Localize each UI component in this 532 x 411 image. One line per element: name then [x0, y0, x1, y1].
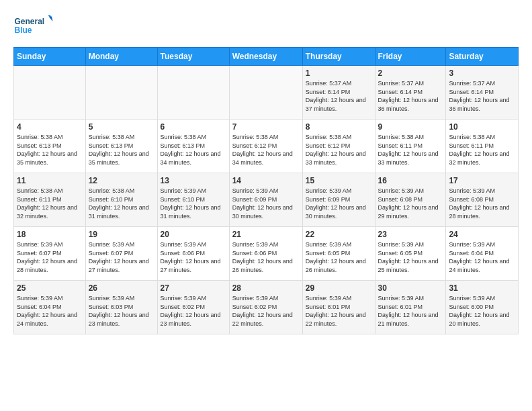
day-number: 2 — [378, 68, 443, 78]
day-number: 30 — [378, 283, 443, 293]
day-info: Sunrise: 5:39 AM Sunset: 6:08 PM Dayligh… — [378, 187, 443, 220]
day-number: 11 — [17, 176, 83, 185]
calendar-cell: 27Sunrise: 5:39 AM Sunset: 6:02 PM Dayli… — [157, 281, 229, 334]
calendar-cell: 18Sunrise: 5:39 AM Sunset: 6:07 PM Dayli… — [14, 227, 86, 281]
day-number: 3 — [449, 68, 515, 78]
calendar-cell — [229, 66, 302, 120]
day-number: 16 — [378, 176, 443, 185]
week-row-3: 11Sunrise: 5:38 AM Sunset: 6:11 PM Dayli… — [14, 173, 519, 227]
day-info: Sunrise: 5:38 AM Sunset: 6:10 PM Dayligh… — [89, 187, 154, 220]
day-info: Sunrise: 5:39 AM Sunset: 6:10 PM Dayligh… — [161, 187, 226, 220]
day-number: 19 — [89, 230, 154, 239]
day-info: Sunrise: 5:38 AM Sunset: 6:13 PM Dayligh… — [17, 133, 83, 167]
day-number: 8 — [306, 122, 372, 132]
day-info: Sunrise: 5:38 AM Sunset: 6:12 PM Dayligh… — [232, 133, 300, 167]
day-number: 14 — [232, 176, 300, 185]
calendar-cell: 22Sunrise: 5:39 AM Sunset: 6:05 PM Dayli… — [302, 227, 375, 281]
day-info: Sunrise: 5:38 AM Sunset: 6:13 PM Dayligh… — [89, 133, 154, 167]
calendar-cell — [157, 66, 229, 120]
calendar-cell: 24Sunrise: 5:39 AM Sunset: 6:04 PM Dayli… — [446, 227, 519, 281]
calendar-cell: 1Sunrise: 5:37 AM Sunset: 6:14 PM Daylig… — [302, 66, 375, 120]
day-number: 17 — [449, 176, 515, 185]
calendar-cell: 4Sunrise: 5:38 AM Sunset: 6:13 PM Daylig… — [14, 120, 86, 173]
day-number: 29 — [306, 283, 372, 293]
day-number: 25 — [17, 283, 83, 293]
day-number: 10 — [449, 122, 515, 132]
calendar-cell: 16Sunrise: 5:39 AM Sunset: 6:08 PM Dayli… — [375, 173, 446, 227]
day-number: 31 — [449, 283, 515, 293]
day-info: Sunrise: 5:39 AM Sunset: 6:08 PM Dayligh… — [449, 187, 515, 220]
day-number: 24 — [449, 230, 515, 239]
day-info: Sunrise: 5:39 AM Sunset: 6:05 PM Dayligh… — [378, 240, 443, 274]
day-number: 22 — [306, 230, 372, 239]
calendar-cell: 8Sunrise: 5:38 AM Sunset: 6:12 PM Daylig… — [302, 120, 375, 173]
header-sunday: Sunday — [14, 48, 86, 66]
week-row-1: 1Sunrise: 5:37 AM Sunset: 6:14 PM Daylig… — [14, 66, 519, 120]
day-info: Sunrise: 5:39 AM Sunset: 6:01 PM Dayligh… — [306, 294, 372, 328]
calendar-cell: 28Sunrise: 5:39 AM Sunset: 6:02 PM Dayli… — [229, 281, 302, 334]
header: General Blue — [13, 10, 519, 40]
page-container: General Blue SundayMondayTuesdayWednesda… — [0, 0, 532, 345]
calendar-cell: 19Sunrise: 5:39 AM Sunset: 6:07 PM Dayli… — [85, 227, 157, 281]
header-thursday: Thursday — [302, 48, 375, 66]
week-row-2: 4Sunrise: 5:38 AM Sunset: 6:13 PM Daylig… — [14, 120, 519, 173]
day-info: Sunrise: 5:37 AM Sunset: 6:14 PM Dayligh… — [378, 79, 443, 113]
day-number: 6 — [161, 122, 226, 132]
header-wednesday: Wednesday — [229, 48, 302, 66]
day-info: Sunrise: 5:38 AM Sunset: 6:11 PM Dayligh… — [449, 133, 515, 167]
day-info: Sunrise: 5:39 AM Sunset: 6:09 PM Dayligh… — [306, 187, 372, 220]
calendar-cell: 29Sunrise: 5:39 AM Sunset: 6:01 PM Dayli… — [302, 281, 375, 334]
day-info: Sunrise: 5:39 AM Sunset: 6:01 PM Dayligh… — [378, 294, 443, 328]
header-monday: Monday — [85, 48, 157, 66]
day-number: 27 — [161, 283, 226, 293]
day-number: 7 — [232, 122, 300, 132]
day-number: 9 — [378, 122, 443, 132]
day-info: Sunrise: 5:39 AM Sunset: 6:04 PM Dayligh… — [17, 294, 83, 328]
calendar-cell: 13Sunrise: 5:39 AM Sunset: 6:10 PM Dayli… — [157, 173, 229, 227]
calendar-cell — [85, 66, 157, 120]
day-number: 21 — [232, 230, 300, 239]
day-info: Sunrise: 5:39 AM Sunset: 6:07 PM Dayligh… — [17, 240, 83, 274]
day-info: Sunrise: 5:39 AM Sunset: 6:04 PM Dayligh… — [449, 240, 515, 274]
calendar-cell — [14, 66, 86, 120]
day-info: Sunrise: 5:39 AM Sunset: 6:02 PM Dayligh… — [232, 294, 300, 328]
day-number: 4 — [17, 122, 83, 132]
day-number: 23 — [378, 230, 443, 239]
day-info: Sunrise: 5:38 AM Sunset: 6:11 PM Dayligh… — [378, 133, 443, 167]
header-row: SundayMondayTuesdayWednesdayThursdayFrid… — [14, 48, 519, 66]
calendar-cell: 3Sunrise: 5:37 AM Sunset: 6:14 PM Daylig… — [446, 66, 519, 120]
calendar-cell: 5Sunrise: 5:38 AM Sunset: 6:13 PM Daylig… — [85, 120, 157, 173]
day-info: Sunrise: 5:39 AM Sunset: 6:03 PM Dayligh… — [89, 294, 154, 328]
calendar-cell: 2Sunrise: 5:37 AM Sunset: 6:14 PM Daylig… — [375, 66, 446, 120]
calendar-cell: 23Sunrise: 5:39 AM Sunset: 6:05 PM Dayli… — [375, 227, 446, 281]
day-info: Sunrise: 5:39 AM Sunset: 6:06 PM Dayligh… — [161, 240, 226, 274]
calendar-cell: 11Sunrise: 5:38 AM Sunset: 6:11 PM Dayli… — [14, 173, 86, 227]
calendar-cell: 31Sunrise: 5:39 AM Sunset: 6:00 PM Dayli… — [446, 281, 519, 334]
calendar-cell: 21Sunrise: 5:39 AM Sunset: 6:06 PM Dayli… — [229, 227, 302, 281]
calendar-cell: 25Sunrise: 5:39 AM Sunset: 6:04 PM Dayli… — [14, 281, 86, 334]
calendar-header: SundayMondayTuesdayWednesdayThursdayFrid… — [14, 48, 519, 66]
calendar-table: SundayMondayTuesdayWednesdayThursdayFrid… — [13, 47, 519, 334]
calendar-cell: 10Sunrise: 5:38 AM Sunset: 6:11 PM Dayli… — [446, 120, 519, 173]
calendar-cell: 17Sunrise: 5:39 AM Sunset: 6:08 PM Dayli… — [446, 173, 519, 227]
day-info: Sunrise: 5:39 AM Sunset: 6:09 PM Dayligh… — [232, 187, 300, 220]
day-info: Sunrise: 5:38 AM Sunset: 6:13 PM Dayligh… — [161, 133, 226, 167]
calendar-cell: 30Sunrise: 5:39 AM Sunset: 6:01 PM Dayli… — [375, 281, 446, 334]
day-number: 13 — [161, 176, 226, 185]
calendar-cell: 12Sunrise: 5:38 AM Sunset: 6:10 PM Dayli… — [85, 173, 157, 227]
day-info: Sunrise: 5:39 AM Sunset: 6:06 PM Dayligh… — [232, 240, 300, 274]
day-info: Sunrise: 5:37 AM Sunset: 6:14 PM Dayligh… — [306, 79, 372, 113]
calendar-cell: 6Sunrise: 5:38 AM Sunset: 6:13 PM Daylig… — [157, 120, 229, 173]
logo: General Blue — [13, 10, 54, 40]
calendar-cell: 7Sunrise: 5:38 AM Sunset: 6:12 PM Daylig… — [229, 120, 302, 173]
calendar-body: 1Sunrise: 5:37 AM Sunset: 6:14 PM Daylig… — [14, 66, 519, 334]
calendar-cell: 20Sunrise: 5:39 AM Sunset: 6:06 PM Dayli… — [157, 227, 229, 281]
header-saturday: Saturday — [446, 48, 519, 66]
header-friday: Friday — [375, 48, 446, 66]
day-number: 15 — [306, 176, 372, 185]
svg-text:Blue: Blue — [15, 26, 32, 35]
calendar-cell: 9Sunrise: 5:38 AM Sunset: 6:11 PM Daylig… — [375, 120, 446, 173]
day-info: Sunrise: 5:39 AM Sunset: 6:02 PM Dayligh… — [161, 294, 226, 328]
logo-svg: General Blue — [13, 10, 54, 40]
svg-text:General: General — [15, 17, 45, 26]
